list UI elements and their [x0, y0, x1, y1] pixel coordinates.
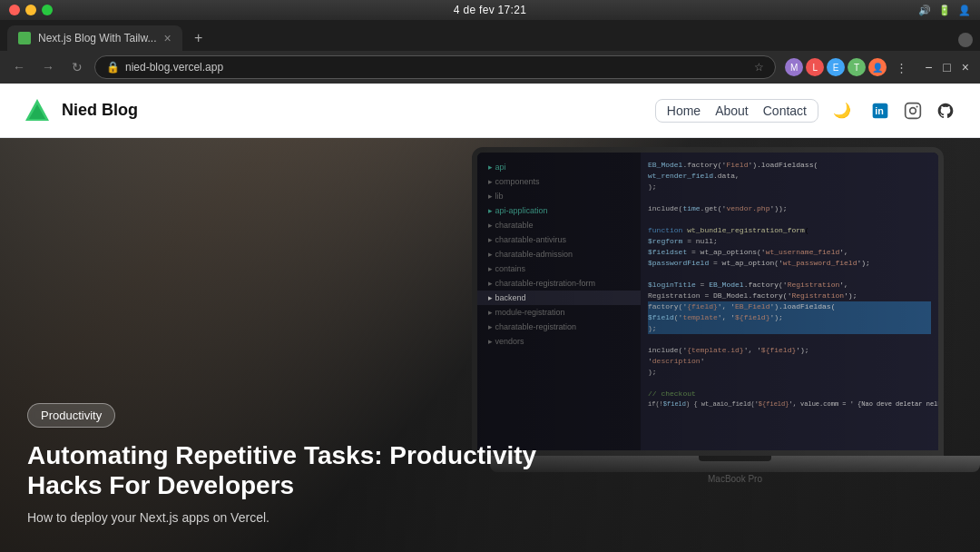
lock-icon: 🔒 — [106, 61, 120, 74]
forward-btn[interactable]: → — [36, 55, 60, 79]
logo-icon — [22, 95, 53, 126]
social-icons: in — [867, 98, 958, 123]
ext-btn-3[interactable]: E — [827, 58, 845, 76]
tab-bar: Next.js Blog With Tailw... × + — [0, 20, 980, 51]
browser-action-buttons: M L E T 👤 ⋮ — [785, 56, 912, 78]
svg-point-5 — [910, 107, 916, 113]
tab-favicon — [18, 32, 31, 44]
linkedin-icon[interactable]: in — [867, 98, 893, 123]
new-tab-btn[interactable]: + — [186, 25, 211, 51]
browser-profile-btn[interactable] — [958, 33, 973, 47]
refresh-btn[interactable]: ↻ — [65, 55, 89, 79]
ext-btn-2[interactable]: L — [806, 58, 824, 76]
svg-text:in: in — [875, 105, 884, 116]
minimize-btn[interactable]: − — [921, 60, 936, 74]
svg-point-6 — [916, 105, 918, 107]
window-controls — [9, 5, 53, 15]
website-content: Nied Blog Home About Contact 🌙 in — [0, 84, 980, 552]
volume-icon: 🔊 — [918, 5, 931, 16]
svg-rect-4 — [906, 103, 921, 118]
tab-title: Next.js Blog With Tailw... — [38, 32, 157, 44]
extensions-area: M L E T 👤 — [785, 58, 887, 76]
ext-btn-1[interactable]: M — [785, 58, 803, 76]
browser-chrome: Next.js Blog With Tailw... × + ← → ↻ 🔒 n… — [0, 20, 980, 84]
minimize-window-btn[interactable] — [25, 5, 36, 15]
battery-icon: 🔋 — [938, 5, 951, 16]
bookmark-icon[interactable]: ☆ — [754, 61, 764, 74]
instagram-icon[interactable] — [900, 98, 926, 123]
nav-about[interactable]: About — [715, 104, 749, 118]
os-time: 4 de fev 17:21 — [454, 4, 526, 16]
maximize-btn[interactable]: □ — [939, 60, 954, 74]
address-bar[interactable]: 🔒 nied-blog.vercel.app ☆ — [94, 55, 776, 79]
url-display: nied-blog.vercel.app — [125, 61, 223, 74]
close-window-btn[interactable] — [9, 5, 20, 15]
hero-section: ▸ api ▸ components ▸ lib ▸ api-applicati… — [0, 138, 980, 552]
nav-links-box: Home About Contact — [655, 99, 818, 123]
site-name: Nied Blog — [62, 101, 138, 120]
site-header: Nied Blog Home About Contact 🌙 in — [0, 84, 980, 138]
back-btn[interactable]: ← — [7, 55, 31, 79]
hero-content: Productivity Automating Repetitive Tasks… — [27, 403, 617, 525]
hero-tag: Productivity — [27, 403, 115, 428]
maximize-window-btn[interactable] — [42, 5, 53, 15]
os-status-icons: 🔊 🔋 👤 — [918, 5, 971, 16]
nav-home[interactable]: Home — [667, 104, 701, 118]
os-bar: 4 de fev 17:21 🔊 🔋 👤 — [0, 0, 980, 20]
hero-title: Automating Repetitive Tasks: Productivit… — [27, 440, 617, 501]
address-bar-row: ← → ↻ 🔒 nied-blog.vercel.app ☆ M L E T 👤… — [0, 51, 980, 84]
tab-close-btn[interactable]: × — [164, 32, 172, 44]
dark-mode-toggle[interactable]: 🌙 — [828, 96, 857, 125]
site-nav: Home About Contact 🌙 in — [655, 96, 958, 125]
nav-contact[interactable]: Contact — [763, 104, 807, 118]
user-icon: 👤 — [958, 5, 971, 16]
profile-btn[interactable]: 👤 — [868, 58, 887, 76]
browser-menu-btn[interactable]: ⋮ — [890, 56, 912, 78]
github-icon[interactable] — [933, 98, 958, 123]
close-btn[interactable]: × — [958, 60, 973, 74]
ext-btn-4[interactable]: T — [848, 58, 866, 76]
hero-subtitle: How to deploy your Next.js apps on Verce… — [27, 510, 617, 525]
site-logo: Nied Blog — [22, 95, 138, 126]
active-tab[interactable]: Next.js Blog With Tailw... × — [7, 25, 182, 51]
